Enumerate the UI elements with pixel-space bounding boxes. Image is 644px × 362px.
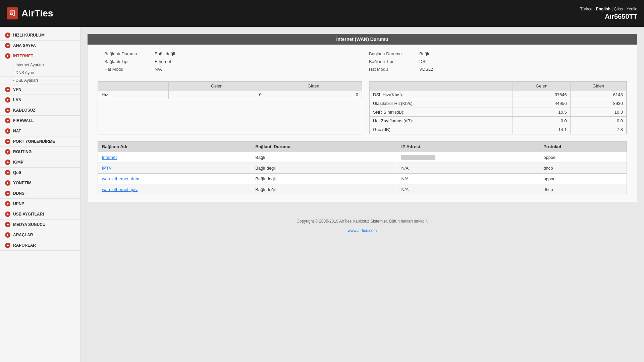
sidebar-sub-label: - İnternet Ayarları — [13, 63, 44, 67]
nat-icon — [5, 128, 10, 134]
sidebar-item-label: RAPORLAR — [13, 243, 36, 248]
table-row: Hat Zayıflaması(dB): 0.0 0.0 — [370, 117, 627, 125]
sidebar-sub-label: - DSL Ayarları — [13, 78, 38, 83]
yenile-link[interactable]: Yenile — [627, 7, 637, 11]
sidebar-item-nat[interactable]: NAT — [0, 126, 80, 136]
conn-table-header-row: Bağlantı Adı Bağlantı Durumu IP Adresi P… — [98, 141, 627, 152]
wan-right-row3: Hat Modu VDSL2 — [369, 67, 620, 72]
sidebar-sub-dns-ayari[interactable]: - DNS Ayarı — [0, 69, 80, 77]
device-model: Air5650TT — [580, 13, 637, 20]
sidebar-item-qos[interactable]: QoS — [0, 168, 80, 178]
sidebar-item-label: IGMP — [13, 160, 23, 165]
wan-left-label2: Bağlantı Tipi — [104, 59, 155, 64]
conn-name[interactable]: wan_ethernet_data — [98, 174, 251, 184]
sidebar-item-raporlar[interactable]: RAPORLAR — [0, 240, 80, 251]
sidebar-item-label: İNTERNET — [13, 54, 33, 58]
speed-table-right: Gelen Giden DSL Hızı(Kb/s): 37646 6143 U… — [369, 81, 627, 134]
igmp-icon — [5, 160, 10, 165]
conn-ip: ███████████ — [397, 152, 539, 163]
dsl-row-giden: 6143 — [570, 90, 626, 99]
conn-name[interactable]: Internet — [98, 152, 251, 163]
wan-left-label3: Hat Modu — [104, 67, 155, 72]
sidebar-item-usb-aygitlari[interactable]: USB AYGITLARI — [0, 209, 80, 220]
sidebar-item-vpn[interactable]: VPN — [0, 84, 80, 95]
sidebar-item-igmp[interactable]: IGMP — [0, 157, 80, 168]
sidebar-item-label: MEDYA SUNUCU — [13, 222, 45, 227]
wan-info-left: Bağlantı Durumu Bağlı değil Bağlantı Tip… — [98, 51, 362, 74]
sidebar-item-label: HIZLI KURULUM — [13, 33, 45, 38]
sidebar-item-medya-sunucu[interactable]: MEDYA SUNUCU — [0, 220, 80, 230]
sidebar-item-yonetim[interactable]: YÖNETİM — [0, 178, 80, 188]
sidebar-sub-internet-ayarlari[interactable]: - İnternet Ayarları — [0, 61, 80, 69]
sidebar-item-firewall[interactable]: FIREWALL — [0, 116, 80, 126]
dsl-row-gelen: 37646 — [513, 90, 571, 99]
sidebar-item-lan[interactable]: LAN — [0, 95, 80, 105]
dsl-row-gelen: 0.0 — [513, 117, 571, 125]
conn-status: Bağlı — [251, 152, 397, 163]
sidebar-item-araclar[interactable]: ARAÇLAR — [0, 230, 80, 240]
conn-protocol: dhcp — [539, 184, 627, 195]
table-row: Hız 0 0 — [98, 90, 362, 99]
wan-left-value3: N/A — [155, 67, 162, 72]
upnp-icon — [5, 201, 10, 206]
main-layout: HIZLI KURULUM ANA SAYFA İNTERNET - İnter… — [0, 27, 644, 362]
conn-status: Bağlı değil — [251, 184, 397, 195]
sidebar-item-label: FIREWALL — [13, 118, 34, 123]
speed-left-giden-header: Giden — [265, 82, 362, 90]
conn-col1-header: Bağlantı Adı — [98, 141, 251, 152]
speed-left-gelen-val: 0 — [168, 90, 265, 99]
wan-left-label1: Bağlantı Durumu — [104, 51, 155, 56]
conn-name[interactable]: wan_ethernet_iptv — [98, 184, 251, 195]
wan-right-row1: Bağlantı Durumu Bağlı — [369, 51, 620, 56]
sidebar-item-label: UPNP — [13, 201, 24, 206]
sidebar-sub-dsl-ayarlari[interactable]: - DSL Ayarları — [0, 77, 80, 84]
sidebar-item-label: YÖNETİM — [13, 181, 32, 185]
speed-left-giden-val: 0 — [265, 90, 362, 99]
dsl-row-giden: 10.3 — [570, 108, 626, 117]
sidebar-item-routing[interactable]: ROUTING — [0, 147, 80, 157]
cikis-link[interactable]: Çıkış — [614, 7, 623, 11]
lang-turkce[interactable]: Türkçe — [580, 7, 592, 11]
sidebar-item-kablosuz[interactable]: KABLOSUZ — [0, 105, 80, 116]
dsl-row-gelen: 14.1 — [513, 125, 571, 134]
sidebar-item-label: LAN — [13, 98, 21, 102]
sidebar: HIZLI KURULUM ANA SAYFA İNTERNET - İnter… — [0, 27, 80, 362]
conn-col3-header: IP Adresi — [397, 141, 539, 152]
footer-copyright: Copyright © 2005-2019 AirTies Kablosuz S… — [97, 219, 627, 224]
sidebar-item-label: PORT YÖNLENDİRME — [13, 139, 55, 144]
lang-separator: - — [593, 7, 596, 11]
wan-right-value3: VDSL2 — [419, 67, 433, 72]
sidebar-item-label: ARAÇLAR — [13, 233, 33, 237]
sidebar-item-label: QoS — [13, 170, 21, 175]
lang-english[interactable]: English — [596, 7, 610, 11]
sidebar-item-label: DDNS — [13, 191, 24, 196]
conn-table-container: Bağlantı Adı Bağlantı Durumu IP Adresi P… — [98, 141, 627, 195]
sidebar-item-label: ROUTING — [13, 149, 32, 154]
sidebar-item-internet[interactable]: İNTERNET — [0, 51, 80, 61]
conn-status: Bağlı değil — [251, 174, 397, 184]
wan-left-row2: Bağlantı Tipi Ethernet — [104, 59, 356, 64]
wan-right-value1: Bağlı — [419, 51, 429, 56]
sidebar-item-hizli-kurulum[interactable]: HIZLI KURULUM — [0, 30, 80, 41]
sidebar-item-ddns[interactable]: DDNS — [0, 188, 80, 199]
sidebar-item-port-yonlendirme[interactable]: PORT YÖNLENDİRME — [0, 136, 80, 147]
wan-panel: İnternet (WAN) Durumu Bağlantı Durumu Ba… — [87, 34, 637, 202]
dsl-row-label: Hat Zayıflaması(dB): — [370, 117, 513, 125]
sidebar-item-label: ANA SAYFA — [13, 43, 36, 48]
yonetim-icon — [5, 180, 10, 186]
conn-protocol: pppoe — [539, 174, 627, 184]
dsl-row-giden: 0.0 — [570, 117, 626, 125]
conn-name[interactable]: IPTV — [98, 163, 251, 174]
conn-ip: N/A — [397, 184, 539, 195]
language-switcher: Türkçe - English | Çıkış - Yenile — [580, 7, 637, 11]
sidebar-item-upnp[interactable]: UPNP — [0, 199, 80, 209]
sidebar-item-ana-sayfa[interactable]: ANA SAYFA — [0, 41, 80, 51]
dsl-row-giden: 7.8 — [570, 125, 626, 134]
speed-right-gelen-header: Gelen — [513, 82, 571, 90]
footer-website-link[interactable]: www.airties.com — [348, 228, 377, 233]
conn-col4-header: Protokol — [539, 141, 627, 152]
ana-sayfa-icon — [5, 43, 10, 48]
speed-left-empty-header — [98, 82, 169, 90]
wan-right-label1: Bağlantı Durumu — [369, 51, 419, 56]
table-row: Güç (dB): 14.1 7.8 — [370, 125, 627, 134]
